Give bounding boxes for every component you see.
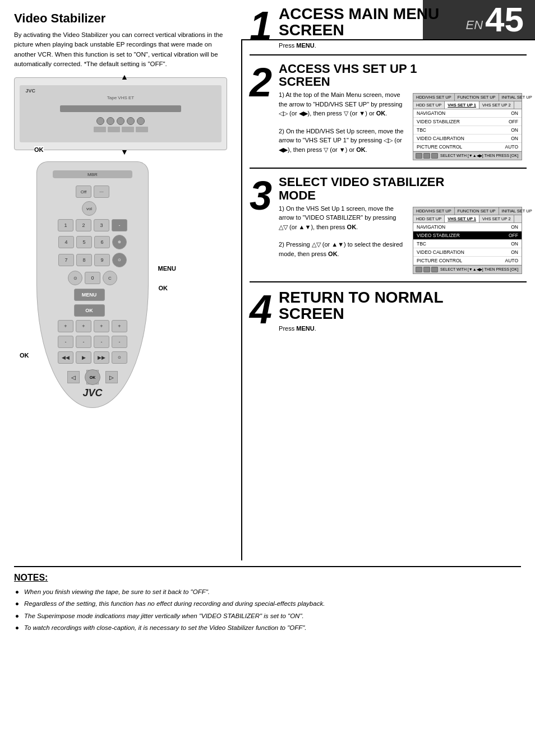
remote-plus-1[interactable]: + — [58, 320, 73, 332]
screen-1-row-vstab: VIDEO STABILIZER OFF — [413, 118, 522, 126]
screen-1-tab-0: HDD/VHS SET UP — [413, 94, 455, 101]
screen-1-vcal-label: VIDEO CALIBRATION — [417, 136, 464, 141]
remote-key-vol[interactable]: vol — [82, 201, 96, 216]
screen-1-subtab-0: HDD SET UP — [413, 101, 445, 109]
step-3-block: 3 SELECT VIDEO STABILIZER MODE 1) On the… — [250, 175, 527, 282]
step-2-instruction-2: 2) On the HDD/VHS Set Up screen, move th… — [279, 127, 405, 155]
screen-2-row-pctrl: PICTURE CONTROL AUTO — [413, 257, 522, 265]
remote-minus-4[interactable]: - — [112, 336, 127, 348]
note-item-1: When you finish viewing the tape, be sur… — [14, 587, 521, 597]
remote-key-0[interactable]: 0 — [85, 272, 100, 284]
remote-key-c[interactable]: C — [103, 271, 117, 285]
remote-row-1: vol — [82, 201, 103, 216]
screen-2-row-tbc: TBC ON — [413, 240, 522, 248]
remote-key-1[interactable]: 1 — [58, 219, 73, 231]
right-column: 1 ACCESS MAIN MENU SCREEN Press MENU. 2 … — [241, 0, 535, 350]
left-column: Video Stabilizer By activating the Video… — [0, 0, 241, 425]
remote-key-9[interactable]: 9 — [94, 254, 110, 266]
screen-2-tab-2: INITIAL SET UP — [499, 207, 535, 215]
vcr-device-image: JVC Tape VHS ET OK ▲ ▼ — [14, 77, 227, 150]
step-2-block: 2 ACCESS VHS SET UP 1 SCREEN 1) At the t… — [250, 62, 527, 169]
remote-ok-key[interactable]: OK — [74, 304, 105, 317]
step-3-instruction-1: 1) On the VHS Set Up 1 screen, move the … — [279, 204, 405, 232]
step-2-content: ACCESS VHS SET UP 1 SCREEN 1) At the top… — [279, 62, 527, 163]
remote-plus-2[interactable]: + — [76, 320, 91, 332]
remote-key-power[interactable]: ⊙ — [68, 271, 82, 285]
screen-2-subtab-2: VHS SET UP 2 — [479, 215, 514, 222]
remote-control-image: MBR Off ··· vol 1 2 3 - 4 5 6 ⊕ — [36, 161, 149, 408]
remote-rew[interactable]: ◀◀ — [58, 351, 73, 364]
remote-minus-1[interactable]: - — [58, 336, 73, 348]
vcr-ctrl-1 — [94, 127, 106, 132]
step-2-text: 1) At the top of the Main Menu screen, m… — [279, 90, 405, 154]
vcr-btn-2 — [107, 117, 114, 125]
step-3-content: SELECT VIDEO STABILIZER MODE 1) On the V… — [279, 175, 527, 276]
step-2-instruction-1: 1) At the top of the Main Menu screen, m… — [279, 90, 405, 118]
remote-dpad-right[interactable]: ▷ — [105, 371, 118, 383]
screen-2-subtab-1-active: VHS SET UP 1 — [445, 215, 479, 222]
remote-play[interactable]: ▶ — [76, 351, 91, 364]
step-1-instruction: Press MENU. — [279, 41, 527, 50]
notes-section: NOTES: When you finish viewing the tape,… — [0, 560, 535, 756]
remote-ok-label: OK — [159, 285, 168, 291]
vcr-btn-1 — [96, 117, 104, 125]
remote-key-func1[interactable]: ⊕ — [112, 235, 127, 249]
remote-ff[interactable]: ▶▶ — [94, 351, 109, 364]
screen-1-pctrl-value: AUTO — [505, 144, 518, 150]
screen-1-pctrl-label: PICTURE CONTROL — [417, 144, 462, 150]
step-4-content: RETURN TO NORMAL SCREEN Press MENU. — [279, 289, 527, 333]
screen-1-footer-text: SELECT WITH [▼▲◀▶] THEN PRESS [OK] — [440, 154, 518, 158]
screen-2-footer-icon-1 — [416, 267, 422, 272]
remote-off-key[interactable]: Off — [76, 185, 91, 198]
step-3-heading: SELECT VIDEO STABILIZER MODE — [279, 175, 527, 201]
screen-1-subtab-1-active: VHS SET UP 1 — [445, 101, 479, 109]
remote-row-ok: OK — [74, 304, 112, 317]
vcr-arrow-up: ▲ — [121, 72, 128, 81]
remote-key-5[interactable]: 5 — [76, 236, 92, 248]
screen-1-tabs: HDD/VHS SET UP FUNCTION SET UP INITIAL S… — [413, 94, 522, 101]
remote-extra[interactable]: ⊙ — [112, 351, 127, 364]
screen-1-row-navigation: NAVIGATION ON — [413, 109, 522, 118]
screen-1-vcal-value: ON — [511, 136, 518, 141]
screen-2-pctrl-value: AUTO — [505, 258, 518, 263]
vcr-transport-controls — [94, 127, 148, 132]
screen-1-nav-label: NAVIGATION — [417, 110, 445, 116]
remote-key-7[interactable]: 7 — [58, 254, 74, 266]
remote-minus-3[interactable]: - — [94, 336, 109, 348]
notes-list: When you finish viewing the tape, be sur… — [14, 587, 521, 633]
step-2-body: 1) At the top of the Main Menu screen, m… — [279, 90, 527, 163]
screen-2-nav-value: ON — [511, 224, 518, 230]
remote-menu-key[interactable]: MENU — [74, 289, 105, 301]
screen-2-tbc-value: ON — [511, 241, 518, 247]
remote-key-6[interactable]: 6 — [94, 236, 110, 248]
screen-1-subtab-2: VHS SET UP 2 — [479, 101, 514, 109]
step-4-number: 4 — [250, 289, 272, 330]
screen-1-footer-icon-2 — [423, 153, 430, 159]
step-4-block: 4 RETURN TO NORMAL SCREEN Press MENU. — [250, 289, 527, 338]
remote-key-8[interactable]: 8 — [76, 254, 92, 266]
remote-minus-2[interactable]: - — [76, 336, 91, 348]
section-title: Video Stabilizer — [14, 11, 230, 26]
remote-dpad-left[interactable]: ◁ — [67, 371, 80, 383]
remote-dot-key[interactable]: ··· — [94, 185, 109, 198]
remote-ok-label2: OK — [20, 352, 29, 359]
remote-key-func2[interactable]: ⊙ — [112, 253, 127, 267]
remote-plus-4[interactable]: + — [112, 320, 127, 332]
screen-2-footer-icons — [416, 267, 438, 272]
vcr-ctrl-2 — [108, 127, 120, 132]
screen-2-vcal-value: ON — [511, 249, 518, 255]
remote-key-2[interactable]: 2 — [76, 219, 91, 231]
screen-2-tbc-label: TBC — [417, 241, 426, 247]
vcr-ctrl-4 — [136, 127, 148, 132]
screen-2-footer-icon-2 — [423, 267, 430, 272]
remote-dpad-ok-center[interactable]: OK — [85, 369, 100, 385]
remote-key-minus[interactable]: - — [112, 219, 127, 231]
remote-key-3[interactable]: 3 — [94, 219, 109, 231]
vcr-tape-slot — [60, 105, 181, 112]
screen-1-vstab-value: OFF — [509, 119, 518, 124]
remote-key-4[interactable]: 4 — [58, 236, 74, 248]
screen-2-row-navigation: NAVIGATION ON — [413, 223, 522, 231]
screen-2-row-vcal: VIDEO CALIBRATION ON — [413, 248, 522, 257]
remote-menu-label: MENU — [158, 265, 176, 272]
remote-plus-3[interactable]: + — [94, 320, 109, 332]
